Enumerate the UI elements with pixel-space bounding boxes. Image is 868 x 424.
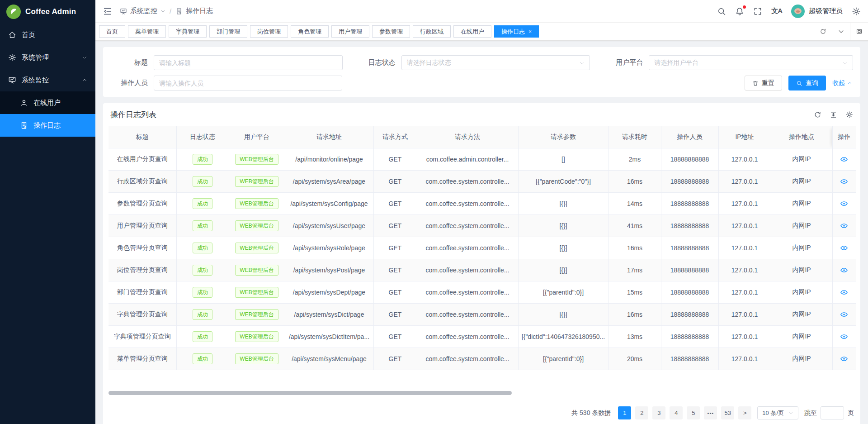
cell-request-url: /api/system/sysArea/page (285, 171, 373, 193)
status-badge: 成功 (193, 331, 212, 342)
cell-platform: WEB管理后台 (229, 215, 285, 237)
translate-icon[interactable]: 文A (771, 7, 782, 15)
scrollbar-thumb[interactable] (108, 391, 512, 395)
column-header: 操作人员 (661, 126, 718, 148)
table-tools (814, 111, 853, 119)
page-button[interactable]: 3 (652, 406, 665, 419)
page-button[interactable]: 1 (618, 406, 631, 419)
title-input[interactable] (154, 55, 343, 70)
jump-prefix-label: 跳至 (804, 409, 817, 417)
user-platform-placeholder: 请选择用户平台 (654, 59, 698, 67)
collapse-toggle[interactable]: 收起 (832, 79, 852, 87)
column-settings-gear-icon[interactable] (845, 111, 853, 119)
row-height-icon[interactable] (830, 111, 837, 119)
search-button[interactable]: 查询 (788, 76, 826, 91)
cell-action (832, 304, 856, 326)
cell-ip: 127.0.0.1 (718, 348, 771, 370)
chevron-up-icon (847, 81, 852, 86)
tab-item[interactable]: 角色管理 (291, 25, 329, 38)
chevron-down-icon (788, 410, 793, 415)
sidebar-item-home[interactable]: 首页 (0, 24, 95, 46)
chevron-down-icon[interactable] (160, 9, 165, 14)
notification-badge (743, 5, 746, 9)
column-header: 标题 (108, 126, 176, 148)
cell-operator: 18888888888 (661, 237, 718, 259)
jump-suffix-label: 页 (848, 409, 854, 417)
page-button[interactable]: 2 (635, 406, 648, 419)
maximize-icon[interactable] (850, 23, 868, 40)
refresh-icon[interactable] (814, 111, 821, 119)
sidebar-menu: 首页 系统管理 系统监控 在线用户 操作日志 (0, 24, 95, 424)
tab-item[interactable]: 用户管理 (331, 25, 369, 38)
tab-item[interactable]: 行政区域 (413, 25, 451, 38)
cell-title: 菜单管理分页查询 (108, 348, 176, 370)
settings-gear-icon[interactable] (852, 7, 861, 16)
tab-item[interactable]: 菜单管理 (128, 25, 166, 38)
tab-label: 参数管理 (379, 28, 403, 36)
page-button[interactable]: 4 (670, 406, 683, 419)
cell-ip: 127.0.0.1 (718, 281, 771, 304)
view-detail-eye-icon[interactable] (840, 222, 848, 230)
app-logo[interactable]: Coffee Admin (0, 0, 95, 24)
cell-request-method: GET (373, 259, 417, 281)
view-detail-eye-icon[interactable] (840, 333, 848, 341)
sidebar-fold-icon[interactable] (103, 6, 113, 16)
sidebar-item-operation-log[interactable]: 操作日志 (0, 114, 95, 137)
page-size-select[interactable]: 10 条/页 (757, 406, 798, 419)
log-status-select[interactable]: 请选择日志状态 (401, 55, 590, 70)
sidebar-item-system-monitor[interactable]: 系统监控 (0, 69, 95, 91)
next-page-button[interactable]: > (738, 406, 751, 419)
tab-active[interactable]: 操作日志× (494, 25, 539, 38)
view-detail-eye-icon[interactable] (840, 355, 848, 363)
jump-page-input[interactable] (821, 406, 844, 419)
tab-item[interactable]: 首页 (99, 25, 125, 38)
cell-handler: com.coffee.system.controlle... (417, 215, 518, 237)
cell-title: 字典项管理分页查询 (108, 326, 176, 348)
cell-request-url: /api/system/sysRole/page (285, 237, 373, 259)
sidebar-item-system-management[interactable]: 系统管理 (0, 46, 95, 69)
cell-operator: 18888888888 (661, 304, 718, 326)
status-badge: 成功 (193, 353, 212, 364)
cell-location: 内网IP (771, 326, 832, 348)
cell-operator: 18888888888 (661, 259, 718, 281)
cell-duration: 15ms (609, 281, 661, 304)
sidebar-item-online-users[interactable]: 在线用户 (0, 91, 95, 114)
view-detail-eye-icon[interactable] (840, 200, 848, 208)
cell-location: 内网IP (771, 348, 832, 370)
user-platform-select[interactable]: 请选择用户平台 (649, 55, 853, 70)
breadcrumb-section[interactable]: 系统监控 (130, 7, 157, 15)
tab-item[interactable]: 字典管理 (169, 25, 207, 38)
view-detail-eye-icon[interactable] (840, 155, 848, 163)
operator-input[interactable] (154, 76, 342, 91)
cell-duration: 2ms (609, 148, 661, 171)
page-button[interactable]: 5 (687, 406, 700, 419)
view-detail-eye-icon[interactable] (840, 244, 848, 252)
reset-button[interactable]: 重置 (745, 76, 782, 91)
fullscreen-icon[interactable] (753, 7, 762, 16)
notification-bell-icon[interactable] (735, 7, 744, 16)
filter-actions: 重置 查询 收起 (358, 76, 853, 91)
tab-label: 字典管理 (176, 28, 199, 36)
tab-item[interactable]: 在线用户 (453, 25, 491, 38)
tab-close-icon[interactable]: × (528, 29, 532, 34)
table-header-row: 标题日志状态用户平台请求地址请求方式请求方法请求参数请求耗时操作人员IP地址操作… (108, 126, 856, 148)
cell-platform: WEB管理后台 (229, 281, 285, 304)
tab-item[interactable]: 岗位管理 (250, 25, 288, 38)
platform-badge: WEB管理后台 (235, 176, 278, 187)
view-detail-eye-icon[interactable] (840, 310, 848, 319)
page-button[interactable]: 53 (721, 406, 734, 419)
search-icon[interactable] (717, 7, 726, 16)
view-detail-eye-icon[interactable] (840, 177, 848, 186)
chevron-down-icon[interactable] (832, 23, 850, 40)
tab-item[interactable]: 部门管理 (209, 25, 247, 38)
user-menu[interactable]: 超级管理员 (791, 5, 843, 18)
view-detail-eye-icon[interactable] (840, 288, 848, 296)
refresh-icon[interactable] (814, 23, 832, 40)
view-detail-eye-icon[interactable] (840, 266, 848, 274)
tab-item[interactable]: 参数管理 (372, 25, 410, 38)
horizontal-scrollbar[interactable] (108, 391, 855, 395)
cell-operator: 18888888888 (661, 193, 718, 215)
cell-handler: com.coffee.system.controlle... (417, 237, 518, 259)
table-row: 菜单管理分页查询成功WEB管理后台/api/system/sysMenu/pag… (108, 348, 856, 370)
main-area: 系统监控 / 操作日志 文A 超级管理员 首页菜单管理字典管理部门管理岗位管理角 (95, 0, 868, 424)
